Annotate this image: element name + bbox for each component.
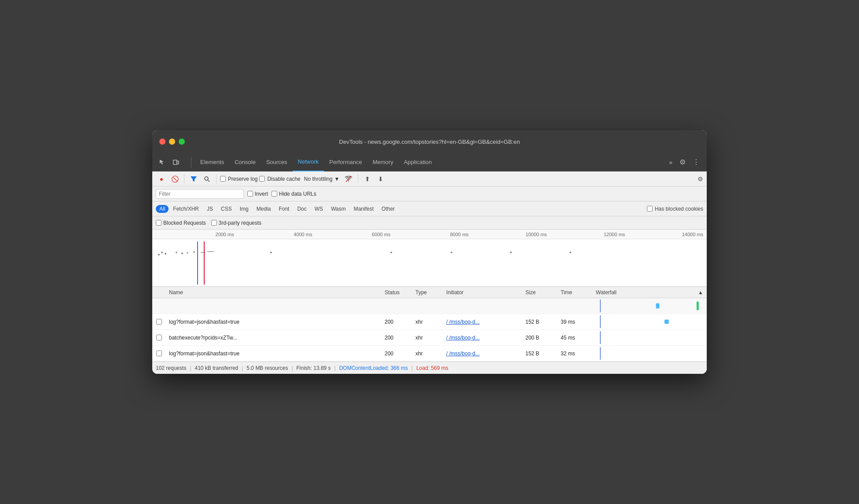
tab-elements[interactable]: Elements: [195, 153, 229, 172]
header-type[interactable]: Type: [412, 289, 443, 296]
resources-size: 5.0 MB resources: [246, 365, 288, 371]
blocked-requests-checkbox[interactable]: [156, 220, 162, 226]
minimize-button[interactable]: [169, 139, 175, 145]
svg-point-9: [176, 252, 177, 253]
table-header: Name Status Type Initiator Size Time Wat…: [152, 287, 707, 298]
filter-css[interactable]: CSS: [217, 205, 235, 213]
svg-rect-1: [177, 161, 179, 164]
inspect-element-icon[interactable]: [156, 156, 168, 168]
header-name[interactable]: Name: [165, 289, 381, 296]
waterfall-svg-3: [596, 346, 703, 361]
filter-font[interactable]: Font: [275, 205, 293, 213]
header-waterfall[interactable]: Waterfall ▲: [592, 289, 707, 296]
network-settings-icon[interactable]: ⚙: [697, 175, 703, 183]
third-party-checkbox[interactable]: [211, 220, 217, 226]
row-1-initiator[interactable]: / /mss/boq-d...: [443, 319, 522, 325]
wifi-icon[interactable]: [343, 173, 354, 185]
tab-console[interactable]: Console: [229, 153, 261, 172]
svg-point-12: [193, 251, 195, 253]
finish-time: Finish: 13.89 s: [297, 365, 331, 371]
filter-icon[interactable]: [188, 173, 199, 185]
filter-media[interactable]: Media: [253, 205, 275, 213]
header-size[interactable]: Size: [522, 289, 557, 296]
filter-ws[interactable]: WS: [311, 205, 327, 213]
invert-checkbox[interactable]: [247, 191, 253, 197]
tick-2000: 2000 ms: [156, 232, 234, 237]
filter-fetch-xhr[interactable]: Fetch/XHR: [169, 205, 202, 213]
preserve-log-label[interactable]: Preserve log: [220, 176, 257, 182]
device-toggle-icon[interactable]: [170, 156, 182, 168]
filter-doc[interactable]: Doc: [294, 205, 310, 213]
tab-performance[interactable]: Performance: [324, 153, 367, 172]
toolbar-divider-1: [184, 175, 184, 183]
header-initiator[interactable]: Initiator: [443, 289, 522, 296]
hide-data-urls-label[interactable]: Hide data URLs: [272, 191, 316, 197]
clear-button[interactable]: 🚫: [169, 173, 180, 185]
filter-other[interactable]: Other: [378, 205, 398, 213]
filter-input[interactable]: [156, 189, 244, 199]
row-2-select[interactable]: [156, 335, 162, 340]
toolbar-divider-3: [358, 175, 358, 183]
filter-js[interactable]: JS: [203, 205, 217, 213]
blocked-cookies-checkbox[interactable]: [647, 206, 653, 212]
settings-icon[interactable]: ⚙: [676, 156, 689, 168]
tick-4000: 4000 ms: [234, 232, 312, 237]
row-3-time: 32 ms: [557, 351, 592, 357]
row-3-name[interactable]: log?format=json&hasfast=true: [165, 351, 381, 357]
download-icon[interactable]: ⬇: [375, 173, 386, 185]
row-2-waterfall: [592, 330, 707, 345]
third-party-label[interactable]: 3rd-party requests: [211, 220, 261, 226]
row-3-checkbox[interactable]: [152, 351, 165, 356]
table-row-2[interactable]: batchexecute?rpcids=xZTw... 200 xhr / /m…: [152, 330, 707, 346]
close-button[interactable]: [159, 139, 165, 145]
tab-application[interactable]: Application: [399, 153, 437, 172]
row-2-name[interactable]: batchexecute?rpcids=xZTw...: [165, 335, 381, 341]
row-2-checkbox[interactable]: [152, 335, 165, 340]
row-1-status: 200: [381, 319, 412, 325]
type-filters-bar: All Fetch/XHR JS CSS Img Media Font Doc …: [152, 201, 707, 216]
row-1-select[interactable]: [156, 319, 162, 325]
throttle-dropdown[interactable]: No throttling ▼: [302, 175, 341, 183]
filter-manifest[interactable]: Manifest: [350, 205, 377, 213]
fullscreen-button[interactable]: [179, 139, 185, 145]
row-waterfall-0: [592, 298, 707, 314]
timeline-chart[interactable]: [152, 239, 707, 287]
row-3-select[interactable]: [156, 351, 162, 356]
row-1-size: 152 B: [522, 319, 557, 325]
row-2-status: 200: [381, 335, 412, 341]
tab-memory[interactable]: Memory: [367, 153, 399, 172]
search-icon[interactable]: [201, 173, 213, 185]
tick-8000: 8000 ms: [390, 232, 469, 237]
svg-point-8: [165, 253, 166, 255]
filter-img[interactable]: Img: [236, 205, 252, 213]
filter-all[interactable]: All: [156, 205, 169, 213]
preserve-log-checkbox[interactable]: [220, 176, 226, 182]
more-tabs-button[interactable]: »: [665, 157, 676, 168]
tick-6000: 6000 ms: [312, 232, 390, 237]
upload-icon[interactable]: ⬆: [362, 173, 373, 185]
row-2-initiator[interactable]: / /mss/boq-d...: [443, 335, 522, 341]
table-row-waterfall-preview[interactable]: [152, 298, 707, 314]
hide-data-urls-checkbox[interactable]: [272, 191, 277, 197]
svg-point-10: [181, 252, 183, 254]
row-1-checkbox[interactable]: [152, 319, 165, 325]
tab-sources[interactable]: Sources: [261, 153, 293, 172]
blocked-requests-label[interactable]: Blocked Requests: [156, 220, 206, 226]
more-options-icon[interactable]: ⋮: [689, 156, 703, 168]
row-3-initiator[interactable]: / /mss/boq-d...: [443, 351, 522, 357]
invert-label[interactable]: Invert: [247, 191, 268, 197]
table-row-1[interactable]: log?format=json&hasfast=true 200 xhr / /…: [152, 314, 707, 330]
tab-icons-group: [156, 156, 182, 168]
tab-network[interactable]: Network: [293, 153, 324, 172]
record-button[interactable]: ●: [156, 173, 167, 185]
header-status[interactable]: Status: [381, 289, 412, 296]
table-row-3[interactable]: log?format=json&hasfast=true 200 xhr / /…: [152, 346, 707, 362]
disable-cache-checkbox[interactable]: [259, 176, 265, 182]
disable-cache-label[interactable]: Disable cache: [259, 176, 300, 182]
load-time: Load: 569 ms: [416, 365, 448, 371]
row-3-status: 200: [381, 351, 412, 357]
row-1-name[interactable]: log?format=json&hasfast=true: [165, 319, 381, 325]
blocked-cookies-label[interactable]: Has blocked cookies: [647, 206, 703, 212]
header-time[interactable]: Time: [557, 289, 592, 296]
filter-wasm[interactable]: Wasm: [327, 205, 349, 213]
